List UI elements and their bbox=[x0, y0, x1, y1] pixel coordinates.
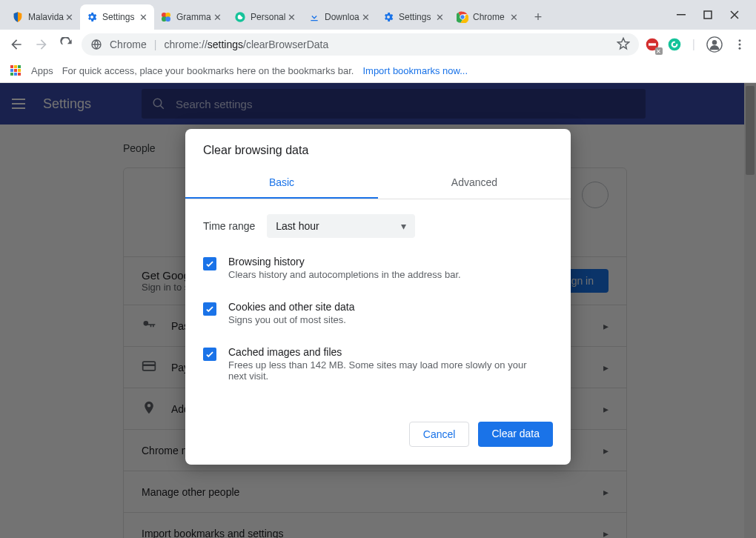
toolbar-divider: | bbox=[692, 38, 695, 51]
time-range-label: Time range bbox=[203, 220, 255, 232]
time-range-select[interactable]: Last hour ▾ bbox=[267, 214, 415, 238]
clear-browsing-data-dialog: Clear browsing data Basic Advanced Time … bbox=[185, 129, 571, 465]
extension-grammarly-icon[interactable] bbox=[666, 36, 683, 53]
svg-point-14 bbox=[712, 40, 717, 44]
checkbox-cache[interactable] bbox=[203, 348, 216, 361]
option-desc: Clears history and autocompletions in th… bbox=[228, 269, 461, 280]
tab-basic[interactable]: Basic bbox=[185, 167, 378, 199]
svg-point-3 bbox=[165, 16, 170, 21]
close-icon[interactable]: ✕ bbox=[286, 12, 296, 22]
option-title: Cookies and other site data bbox=[228, 301, 354, 313]
close-icon[interactable]: ✕ bbox=[360, 12, 371, 22]
back-button[interactable] bbox=[6, 34, 27, 55]
option-desc: Frees up less than 142 MB. Some sites ma… bbox=[228, 359, 532, 382]
tab-label: Settings bbox=[399, 12, 434, 22]
tab-malavida[interactable]: Malavida ✕ bbox=[6, 4, 80, 30]
svg-rect-7 bbox=[677, 14, 686, 16]
content-area: Settings Search settings People Get Goog… bbox=[0, 83, 756, 538]
menu-button[interactable] bbox=[729, 34, 750, 55]
dialog-actions: Cancel Clear data bbox=[185, 392, 571, 450]
close-icon[interactable]: ✕ bbox=[212, 12, 222, 22]
reload-button[interactable] bbox=[56, 34, 77, 55]
time-range-row: Time range Last hour ▾ bbox=[185, 199, 571, 245]
svg-rect-8 bbox=[704, 11, 712, 19]
window-controls bbox=[660, 0, 753, 30]
extension-adblock-icon[interactable]: ✕ bbox=[643, 36, 661, 53]
tab-label: Downloa bbox=[325, 12, 360, 22]
maximize-button[interactable] bbox=[703, 10, 713, 20]
gear-icon bbox=[382, 11, 394, 23]
dialog-title: Clear browsing data bbox=[185, 129, 571, 167]
option-cache: Cached images and files Frees up less th… bbox=[185, 336, 571, 392]
svg-point-15 bbox=[739, 39, 741, 41]
svg-point-16 bbox=[739, 44, 741, 46]
tab-settings-2[interactable]: Settings ✕ bbox=[377, 4, 451, 30]
omnibox-scheme-label: Chrome bbox=[110, 39, 147, 50]
tab-downloads[interactable]: Downloa ✕ bbox=[302, 4, 377, 30]
minimize-button[interactable] bbox=[676, 10, 686, 20]
apps-label[interactable]: Apps bbox=[31, 65, 53, 76]
option-cookies: Cookies and other site data Signs you ou… bbox=[185, 290, 571, 336]
option-title: Cached images and files bbox=[228, 346, 532, 358]
tab-label: Settings bbox=[102, 12, 138, 22]
svg-rect-11 bbox=[649, 43, 656, 45]
tab-strip: Malavida ✕ Settings ✕ Gramma ✕ Personal … bbox=[0, 0, 660, 30]
globe-icon bbox=[90, 39, 102, 50]
apps-icon[interactable] bbox=[10, 65, 22, 77]
shield-icon bbox=[12, 11, 24, 23]
titlebar: Malavida ✕ Settings ✕ Gramma ✕ Personal … bbox=[0, 0, 756, 30]
close-icon[interactable]: ✕ bbox=[508, 12, 519, 22]
bookmark-star-icon[interactable] bbox=[617, 37, 630, 53]
new-tab-button[interactable]: + bbox=[528, 7, 548, 27]
bookmarks-bar: Apps For quick access, place your bookma… bbox=[0, 59, 756, 83]
gear-icon bbox=[86, 11, 98, 23]
tab-advanced[interactable]: Advanced bbox=[378, 167, 571, 199]
close-button[interactable] bbox=[729, 10, 740, 20]
chrome-icon bbox=[457, 11, 468, 23]
close-icon[interactable]: ✕ bbox=[64, 12, 74, 22]
grammarly-icon bbox=[160, 11, 172, 23]
forward-button[interactable] bbox=[31, 34, 52, 55]
grammarly-circle-icon bbox=[234, 11, 246, 23]
toolbar: Chrome | chrome://settings/clearBrowserD… bbox=[0, 30, 756, 59]
svg-point-6 bbox=[460, 15, 464, 19]
svg-point-12 bbox=[669, 39, 681, 51]
option-desc: Signs you out of most sites. bbox=[228, 314, 354, 325]
checkbox-browsing-history[interactable] bbox=[203, 257, 216, 270]
tab-label: Malavida bbox=[28, 12, 64, 22]
close-icon[interactable]: ✕ bbox=[434, 12, 445, 22]
profile-avatar[interactable] bbox=[704, 34, 725, 55]
import-bookmarks-link[interactable]: Import bookmarks now... bbox=[362, 65, 468, 76]
dropdown-arrow-icon: ▾ bbox=[401, 220, 406, 232]
tab-label: Gramma bbox=[176, 12, 212, 22]
tab-label: Chrome bbox=[473, 12, 508, 22]
time-range-value: Last hour bbox=[276, 220, 319, 232]
tab-settings-active[interactable]: Settings ✕ bbox=[80, 4, 154, 30]
bookmarks-hint: For quick access, place your bookmarks h… bbox=[62, 65, 354, 76]
tab-personal[interactable]: Personal ✕ bbox=[228, 4, 302, 30]
option-browsing-history: Browsing history Clears history and auto… bbox=[185, 245, 571, 290]
clear-data-button[interactable]: Clear data bbox=[478, 422, 553, 447]
omnibox[interactable]: Chrome | chrome://settings/clearBrowserD… bbox=[82, 33, 639, 56]
tab-grammarly[interactable]: Gramma ✕ bbox=[154, 4, 228, 30]
cancel-button[interactable]: Cancel bbox=[409, 422, 470, 447]
tab-label: Personal bbox=[251, 12, 286, 22]
omnibox-separator: | bbox=[154, 39, 157, 50]
download-icon bbox=[308, 11, 320, 23]
checkbox-cookies[interactable] bbox=[203, 302, 216, 316]
tab-chrome[interactable]: Chrome ✕ bbox=[451, 4, 525, 30]
dialog-tabs: Basic Advanced bbox=[185, 167, 571, 199]
option-title: Browsing history bbox=[228, 256, 461, 268]
close-icon[interactable]: ✕ bbox=[138, 12, 148, 22]
omnibox-url: chrome://settings/clearBrowserData bbox=[164, 39, 328, 50]
svg-point-17 bbox=[739, 47, 741, 50]
